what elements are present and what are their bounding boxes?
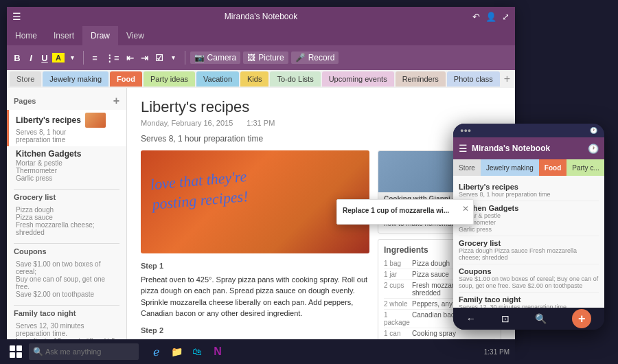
mobile-title-bar: ☰ Miranda's Notebook 🕐 [453,137,604,159]
search-icon: 🔍 [33,347,43,356]
section-tab-reminders[interactable]: Reminders [396,71,446,87]
page-title: Liberty's recipes [141,98,501,116]
expand-icon[interactable]: ⤢ [502,12,510,22]
section-tab-party[interactable]: Party ideas [144,71,195,87]
mobile-home-button[interactable]: ⊡ [501,313,510,324]
bold-button[interactable]: B [11,52,23,65]
handwriting-overlay: love that they'reposting recipes! [150,167,249,214]
search-wrap: 🔍 [29,343,139,360]
mobile-content: Liberty's recipes Serves 8, 1 hour prepa… [453,176,604,308]
add-page-button[interactable]: + [113,95,119,107]
title-bar-text: Miranda's Notebook [225,12,297,21]
mobile-fab-button[interactable]: + [572,309,591,328]
edge-icon: ℯ [153,345,159,359]
overlay-close-button[interactable]: ✕ [462,203,469,215]
taskbar-app-onenote[interactable]: N [209,343,227,361]
camera-button[interactable]: 📷 Camera [190,52,241,64]
sidebar: Pages + Liberty's recipes Serves 8, 1 ho… [7,88,127,343]
checkbox-button[interactable]: ☑ [152,52,166,65]
sep2 [185,51,185,65]
undo-button[interactable]: ↶ [472,12,480,22]
mobile-clock-btn[interactable]: 🕐 [588,144,599,154]
mobile-page-kitchen[interactable]: Kitchen Gadgets Mortar & pestle Thermome… [459,201,599,236]
section-tab-vacation[interactable]: Vacation [196,71,239,87]
title-bar-left: ☰ [12,11,21,22]
list-group: ≡ ⋮≡ ⇤ ⇥ ☑ ▾ [89,52,180,65]
bullet-list-button[interactable]: ≡ [89,52,101,65]
mobile-title: Miranda's Notebook [472,144,584,153]
store-icon: 🛍 [192,346,202,357]
highlight-chevron[interactable]: ▾ [66,53,78,62]
sep1 [83,51,84,65]
mobile-section-taco: Family taco night Serves 12, 30 minutes … [459,293,599,308]
page-subtitle: Serves 8, 1 hour preparation time [141,134,501,144]
check-chevron[interactable]: ▾ [168,53,180,62]
taskbar-notifications: 1:31 PM [484,348,510,356]
section-tab-jewelry[interactable]: Jewelry making [43,71,108,87]
underline-button[interactable]: U [38,52,51,65]
tab-view[interactable]: View [118,26,152,45]
page-thumb [85,113,106,128]
page-item-grocery[interactable]: Pizza doughPizza sauceFresh mozzarella c… [7,203,126,239]
mobile-search-button[interactable]: 🔍 [535,313,547,324]
coupons-section: Coupons [14,243,119,255]
page-item-coupons[interactable]: Save $1.00 on two boxes of cereal;Buy on… [7,257,126,301]
overlay-panel: ✕ Replace 1 cup of mozzarella wi... [336,199,474,225]
indent-dec-button[interactable]: ⇤ [124,52,137,65]
taskbar-app-store[interactable]: 🛍 [188,343,206,361]
mobile-tab-party[interactable]: Party c... [566,159,604,176]
mobile-section-coupons: Coupons Save $1.00 on two boxes of cerea… [459,264,599,293]
mobile-status-bar: ●●● 🕐 [453,124,604,137]
explorer-icon: 📁 [171,346,183,357]
mobile-tab-store[interactable]: Store [453,159,481,176]
add-section-button[interactable]: + [501,73,513,85]
content-left: love that they'reposting recipes! Step 1… [141,150,369,343]
camera-icon: 📷 [194,53,205,62]
page-item-libertys-recipes[interactable]: Liberty's recipes Serves 8, 1 hourprepar… [7,110,126,146]
section-tab-photo[interactable]: Photo class [447,71,500,87]
taskbar-app-explorer[interactable]: 📁 [168,343,185,361]
record-icon: 🎤 [295,53,306,62]
mobile-window: ●●● 🕐 ☰ Miranda's Notebook 🕐 Store Jewel… [453,124,604,330]
mobile-tab-food[interactable]: Food [539,159,566,176]
mobile-tab-jewelry[interactable]: Jewelry making [481,159,539,176]
mobile-back-button[interactable]: ← [466,313,476,324]
start-button[interactable] [5,341,26,362]
overlay-panel-text: Replace 1 cup of mozzarella wi... [343,205,468,216]
section-tab-store[interactable]: Store [10,71,41,87]
user-icon[interactable]: 👤 [485,12,496,22]
title-bar: ☰ Miranda's Notebook ↶ 👤 ⤢ [7,7,515,26]
onenote-icon: N [214,345,222,358]
content-grid: love that they'reposting recipes! Step 1… [141,150,501,343]
ribbon-tabs: Home Insert Draw View [7,26,515,45]
section-tab-todo[interactable]: To-do Lists [270,71,320,87]
mobile-hamburger-icon[interactable]: ☰ [459,143,468,154]
italic-button[interactable]: I [25,52,37,65]
section-tab-food[interactable]: Food [110,71,142,87]
highlight-button[interactable]: A [52,53,65,62]
recipe-image: love that they'reposting recipes! [141,150,369,253]
title-bar-controls: ↶ 👤 ⤢ [472,12,510,22]
page-time: 1:31 PM [247,119,275,127]
section-tabs: Store Jewelry making Food Party ideas Va… [7,70,515,88]
page-item-kitchen-gadgets[interactable]: Kitchen Gadgets Mortar & pestleThermomet… [7,146,126,185]
tab-draw[interactable]: Draw [82,26,118,45]
taskbar-apps: ℯ 📁 🛍 N [147,343,227,361]
taskbar-app-edge[interactable]: ℯ [147,343,165,361]
page-item-title: Liberty's recipes [16,113,119,128]
tab-home[interactable]: Home [7,26,45,45]
sidebar-header: Pages + [7,92,126,110]
main-window: ☰ Miranda's Notebook ↶ 👤 ⤢ Home Insert D… [7,7,515,343]
section-tab-kids[interactable]: Kids [240,71,268,87]
section-tab-upcoming[interactable]: Upcoming events [322,71,394,87]
record-button[interactable]: 🎤 Record [291,52,339,64]
hamburger-icon[interactable]: ☰ [12,11,21,22]
mobile-bottom-bar: ← ⊡ 🔍 + [453,308,604,330]
tab-insert[interactable]: Insert [45,26,82,45]
indent-inc-button[interactable]: ⇥ [138,52,151,65]
taskbar-search-input[interactable] [29,343,139,360]
taskbar: 🔍 ℯ 📁 🛍 N 1:31 PM [0,339,515,364]
picture-button[interactable]: 🖼 Picture [243,52,288,64]
numbered-list-button[interactable]: ⋮≡ [102,52,122,65]
mobile-page-libertys[interactable]: Liberty's recipes Serves 8, 1 hour prepa… [459,180,599,201]
